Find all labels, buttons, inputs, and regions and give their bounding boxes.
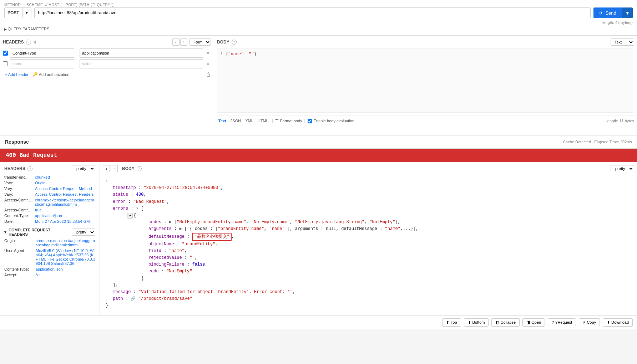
arguments-collapse[interactable]: ▶ [179,226,182,231]
headers-info-icon: ? [26,40,31,45]
open-button[interactable]: ◨ Open [522,318,545,327]
status-display: 400 Bad Request [6,152,57,159]
download-button[interactable]: ⬇ Download [603,318,633,327]
body-type-select[interactable]: Text Binary [611,39,634,46]
method-select[interactable]: POST ▼ [4,7,31,18]
response-split: HEADERS ? pretty raw transfer-enc...chun… [0,162,637,315]
resp-headers-info-icon: ? [27,166,32,171]
complete-req-header: ▾ COMPLETE REQUEST HEADERS pretty [4,228,95,236]
format-xml-btn[interactable]: XML [244,118,255,124]
method-value: POST [5,10,22,15]
remove-header-2[interactable]: × [205,61,211,67]
headers-sort-icon[interactable]: ⇅ [33,40,36,45]
response-body-panel: ‹ › BODY ? pretty raw { timestamp : "202… [100,162,637,315]
remove-header-1[interactable]: × [205,50,211,56]
format-json-btn[interactable]: JSON [229,118,242,124]
add-auth-button[interactable]: 🔑 Add authorization [31,71,72,78]
path-link[interactable]: 🔗 [131,297,136,301]
top-icon: ⬆ [446,320,449,325]
copy-button[interactable]: ⎘ Copy [579,318,600,326]
enable-eval-label[interactable]: Enable body evaluation [308,119,354,123]
response-headers-list: transfer-enc...chunked Vary:Origin Vary:… [4,175,95,224]
response-title: Response [5,139,29,145]
headers-panel: HEADERS ? ⇅ ‹ › Form Raw : × : [0,36,214,135]
header-row-1: : × [3,48,211,58]
send-button[interactable]: ✈ Send [593,7,622,18]
open-icon: ◨ [526,320,530,325]
bottom-button[interactable]: ⬇ Bottom [464,318,489,327]
headers-nav-right[interactable]: › [180,39,187,46]
bottom-icon: ⬇ [468,320,471,325]
request-section: METHOD SCHEME :// HOST [':' PORT] [PATH … [0,0,637,36]
resp-headers-format[interactable]: pretty raw [72,165,95,172]
code-content-1: {"name": ""} [226,52,256,57]
enable-eval-checkbox[interactable] [308,119,312,123]
req-headers-format[interactable]: pretty [72,229,95,236]
body-nav-left[interactable]: ‹ [103,165,110,172]
body-nav-right[interactable]: › [111,165,118,172]
body-length: length: 11 bytes [606,119,634,123]
resp-body-info-icon: ? [137,166,142,171]
request-split-panel: HEADERS ? ⇅ ‹ › Form Raw : × : [0,36,637,135]
complete-req-toggle[interactable]: ▾ [4,230,6,235]
method-label: METHOD [4,3,21,7]
header-val-1[interactable] [80,48,203,58]
request-icon: ? [552,320,554,324]
format-html-btn[interactable]: HTML [256,118,270,124]
collapse-button[interactable]: ◧ Collapse [491,318,520,327]
header-checkbox-2[interactable] [3,61,8,66]
collapse-icon: ◧ [495,320,499,325]
url-input[interactable] [34,7,591,18]
headers-format-select[interactable]: Form Raw [189,39,211,46]
header-key-2[interactable] [10,59,74,68]
complete-req-list: Origin:chrome-extension://aejoelaoggemsb… [4,239,95,277]
body-info-icon: ? [232,40,237,45]
header-key-1[interactable] [10,48,74,58]
elapsed-info: Cache Detected · Elapsed Time: 202ms [563,140,632,144]
download-icon: ⬇ [607,320,610,325]
headers-title: HEADERS [3,40,24,45]
scheme-label: SCHEME :// HOST [':' PORT] [PATH ['?' QU… [26,3,115,7]
json-tree: { timestamp : "2020-04-27T15:28:54.874+0… [103,175,634,312]
response-section: Response Cache Detected · Elapsed Time: … [0,135,637,329]
send-dropdown-button[interactable]: ▼ [622,7,633,18]
headers-nav-left[interactable]: ‹ [172,39,180,46]
format-text-btn[interactable]: Text [217,118,228,124]
resp-headers-title: HEADERS [4,166,25,171]
error-item-collapse[interactable]: ▾ [127,213,133,219]
format-body-button[interactable]: ☰ Format body [275,119,302,123]
response-headers-panel: HEADERS ? pretty raw transfer-enc...chun… [0,162,100,315]
copy-icon: ⎘ [583,320,585,324]
body-panel: BODY ? Text Binary 1 {"name": ""} Text J… [214,36,637,135]
key-icon: 🔑 [33,72,38,77]
request-button[interactable]: ? ?Request [548,318,576,326]
header-row-2: : × [3,59,211,68]
body-title: BODY [217,40,229,45]
status-bar: 400 Bad Request [0,149,637,162]
resp-body-format[interactable]: pretty raw [611,165,634,172]
query-params-toggle[interactable]: QUERY PARAMETERS [4,25,633,32]
method-dropdown-arrow[interactable]: ▼ [22,8,31,18]
add-header-button[interactable]: + Add header [3,71,31,78]
format-body-icon: ☰ [275,119,279,123]
errors-collapse[interactable]: ▾ [136,206,138,211]
codes-collapse[interactable]: ▶ [169,220,172,225]
resp-body-title: BODY [122,166,135,171]
header-checkbox-1[interactable] [3,51,8,56]
header-val-2[interactable] [80,59,203,68]
length-info: length: 42 byte(s) [4,20,633,25]
top-button[interactable]: ⬆ Top [442,318,461,327]
line-number-1: 1 [220,52,223,57]
delete-all-headers-button[interactable]: 🗑 [206,72,211,77]
response-bottom-bar: ⬆ Top ⬇ Bottom ◧ Collapse ◨ Open ? ?Requ… [0,315,637,329]
send-icon: ✈ [599,10,603,16]
